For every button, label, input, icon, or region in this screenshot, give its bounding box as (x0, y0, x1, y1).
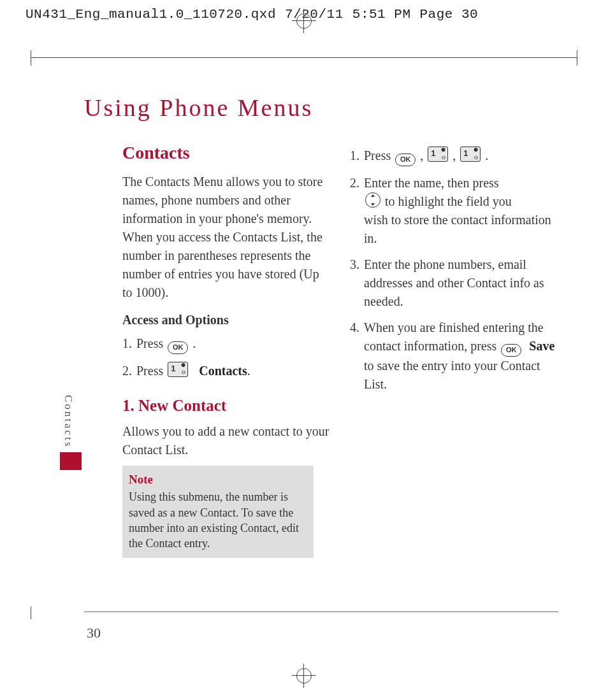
footer-rule (84, 611, 558, 612)
access-step-1: 1. Press OK . (122, 334, 331, 354)
header-time: 5:51 PM (352, 5, 411, 24)
one-key-icon: ⚇ (168, 362, 188, 377)
nav-key-icon (365, 192, 380, 208)
note-title: Note (129, 471, 307, 489)
page-number: 30 (87, 623, 101, 643)
contacts-intro: The Contacts Menu allows you to store na… (122, 173, 331, 302)
access-step-2: 2. Press ⚇ Contacts. (122, 362, 331, 380)
header-date: 7/20/11 (285, 5, 344, 24)
save-bold: Save (529, 339, 554, 353)
ok-key-icon: OK (501, 344, 521, 357)
registration-mark-icon (296, 13, 312, 29)
one-key-icon: ⚇ (428, 146, 448, 162)
heading-new-contact: 1. New Contact (122, 394, 331, 417)
one-key-icon: ⚇ (460, 146, 481, 162)
ok-key-icon: OK (168, 341, 188, 354)
ok-key-icon: OK (395, 154, 416, 166)
heading-access-options: Access and Options (122, 311, 331, 329)
page-content: Using Phone Menus Contacts Contacts The … (31, 57, 577, 700)
note-box: Note Using this submenu, the number is s… (122, 466, 314, 558)
heading-contacts: Contacts (122, 140, 331, 166)
page-title: Using Phone Menus (84, 90, 313, 125)
note-text: Using this submenu, the number is saved … (129, 489, 307, 551)
newcontact-step-2: 2. Enter the name, then press to highlig… (350, 174, 558, 248)
left-column: Contacts The Contacts Menu allows you to… (122, 140, 331, 558)
new-contact-text: Allows you to add a new contact to your … (122, 422, 331, 459)
newcontact-step-1: 1. Press OK , ⚇ , ⚇ . (350, 146, 558, 166)
newcontact-step-3: 3. Enter the phone numbers, email addres… (350, 255, 558, 311)
contacts-bold: Contacts (199, 364, 247, 378)
newcontact-step-4: 4. When you are finished entering the co… (350, 318, 558, 394)
section-tab-bar (60, 452, 82, 470)
header-page: Page 30 (420, 5, 479, 24)
header-file: UN431_Eng_manual1.0_110720.qxd (25, 5, 276, 24)
right-column: 1. Press OK , ⚇ , ⚇ . 2. Enter the name,… (350, 140, 558, 558)
section-tab-label: Contacts (60, 395, 76, 452)
section-tab: Contacts (60, 395, 82, 470)
